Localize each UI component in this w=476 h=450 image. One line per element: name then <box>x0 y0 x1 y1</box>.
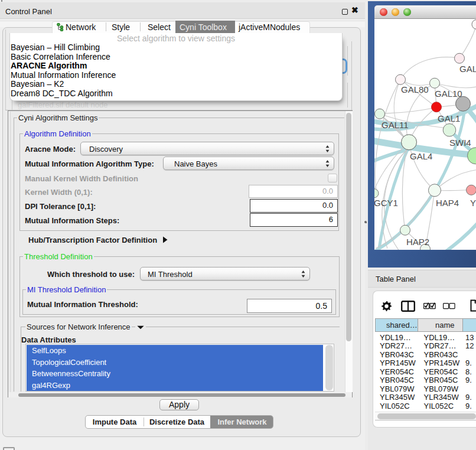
svg-text:GAL80: GAL80 <box>401 84 429 94</box>
svg-text:HAP2: HAP2 <box>406 236 429 246</box>
svg-text:Y: Y <box>470 197 476 207</box>
svg-text:GCY1: GCY1 <box>374 197 398 207</box>
svg-text:HAP4: HAP4 <box>436 197 459 207</box>
svg-text:SWI4: SWI4 <box>449 137 471 147</box>
svg-text:GAL7: GAL7 <box>459 63 476 73</box>
svg-text:GAL11: GAL11 <box>382 119 409 129</box>
svg-text:GAL1: GAL1 <box>438 113 460 123</box>
svg-text:GAL4: GAL4 <box>410 151 432 161</box>
svg-text:GAL10: GAL10 <box>435 88 462 98</box>
